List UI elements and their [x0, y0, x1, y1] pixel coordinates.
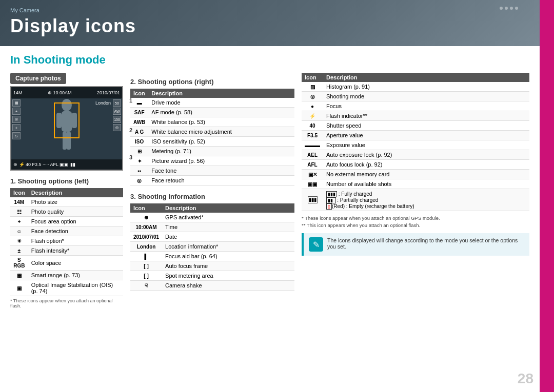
header-subtitle: My Camera	[10, 7, 529, 13]
desc-cell: Auto exposure lock (p. 92)	[323, 150, 529, 160]
table-row: ±Flash intensity*	[10, 246, 123, 256]
table-row: ☷Photo quality	[10, 207, 123, 217]
desc-cell: Spot metering area	[162, 271, 294, 281]
desc-cell: Auto focus lock (p. 92)	[323, 160, 529, 170]
table-row: AFLAuto focus lock (p. 92)	[302, 160, 529, 170]
cam-icon-1: ▦	[12, 99, 21, 107]
cam-14m: 14M	[13, 90, 23, 95]
desc-cell: Histogram (p. 91)	[323, 82, 529, 92]
header-title: Display icons	[10, 15, 529, 37]
col-desc-r2: Description	[323, 73, 529, 82]
table-row: 14MPhoto size	[10, 197, 123, 207]
icon-cell: +	[10, 217, 28, 226]
table-row: ⊕GPS activated*	[130, 213, 294, 222]
left-footnote: * These icons appear when you attach an …	[10, 298, 123, 308]
col-desc-left: Description	[28, 188, 123, 197]
desc-cell: Drive mode	[148, 98, 294, 108]
icon-cell: ±	[10, 246, 28, 256]
icon-cell: ◎	[302, 92, 323, 101]
desc-cell: Flash option*	[28, 236, 123, 246]
desc-cell: Smart range (p. 73)	[28, 271, 123, 280]
marker-2: 2	[129, 127, 132, 133]
icon-cell: ⚡	[302, 111, 323, 121]
table-row: ⚡Flash indicator**	[302, 111, 529, 121]
desc-cell: Date	[162, 232, 294, 242]
table-row: ●Focus	[302, 101, 529, 111]
icon-cell: [ ]	[130, 261, 162, 271]
shooting-left-title: 1. Shooting options (left)	[10, 177, 123, 185]
cam-icon-2: +	[12, 108, 21, 115]
desc-cell: Aperture value	[323, 131, 529, 140]
icon-cell: A G	[130, 127, 148, 137]
table-row: 2010/07/01Date	[130, 232, 294, 242]
icon-cell: ●	[302, 101, 323, 111]
table-row: A GWhite balance micro adjustment	[130, 127, 294, 137]
table-row: ☟Camera shake	[130, 281, 294, 291]
desc-cell: Photo quality	[28, 207, 123, 217]
icon-cell: ▬	[130, 98, 148, 108]
icon-cell: AEL	[302, 150, 323, 160]
desc-cell: Location information*	[162, 242, 294, 252]
icon-cell: ☷	[10, 207, 28, 217]
desc-cell: White balance micro adjustment	[148, 127, 294, 137]
table-row: ▬Drive mode	[130, 98, 294, 108]
icon-cell: F3.5	[302, 131, 323, 140]
icon-cell: ▣▣	[302, 179, 323, 189]
table-row: ▦Smart range (p. 73)	[10, 271, 123, 280]
table-row: ◎Face retouch	[130, 176, 294, 185]
desc-cell: Face retouch	[148, 176, 294, 185]
table-row: +Focus area option	[10, 217, 123, 226]
desc-cell: Metering (p. 71)	[148, 147, 294, 156]
icon-cell: ▮▮▮	[302, 189, 323, 211]
icon-cell: ✦	[130, 156, 148, 166]
table-row: S RGBColor space	[10, 256, 123, 271]
table-row: F3.5Aperture value	[302, 131, 529, 140]
icon-cell: ▌	[130, 252, 162, 261]
table-row: LondonLocation information*	[130, 242, 294, 252]
desc-cell: Camera shake	[162, 281, 294, 291]
icon-cell: 10:00AM	[130, 222, 162, 232]
cam-bottom-icons: ⊕ ⚡ 40 F3.5 ····· AFL ▣▣ ▮▮	[13, 162, 75, 167]
desc-cell: Exposure value	[323, 140, 529, 150]
page-number: 28	[518, 370, 533, 387]
icon-cell: SAF	[130, 108, 148, 117]
desc-cell: ISO sensitivity (p. 52)	[148, 137, 294, 147]
icon-cell: ▪▪	[130, 166, 148, 176]
capture-label: Capture photos	[10, 73, 66, 84]
info-box: ✎ The icons displayed will change accord…	[302, 233, 529, 256]
shooting-left-table: Icon Description 14MPhoto size☷Photo qua…	[10, 188, 123, 296]
desc-cell: AF mode (p. 58)	[148, 108, 294, 117]
table-row: AELAuto exposure lock (p. 92)	[302, 150, 529, 160]
desc-cell: GPS activated*	[162, 213, 294, 222]
icon-cell: ☀	[10, 236, 28, 246]
table-row: ▣▣Number of available shots	[302, 179, 529, 189]
table-row: ◎Shooting mode	[302, 92, 529, 101]
camera-bottom-bar: ⊕ ⚡ 40 F3.5 ····· AFL ▣▣ ▮▮	[11, 159, 122, 170]
camera-left-icons: ▦ + ⊞ ± S	[12, 99, 21, 158]
col-icon-left: Icon	[10, 188, 28, 197]
desc-cell: Shutter speed	[323, 121, 529, 131]
desc-cell: No external memory card	[323, 170, 529, 179]
middle-column: 2. Shooting options (right) Icon Descrip…	[130, 73, 294, 308]
col-icon-info: Icon	[130, 203, 162, 213]
footnote-flash: ** This icon appears when you attach an …	[302, 222, 529, 228]
desc-cell: Photo size	[28, 197, 123, 207]
desc-cell: Time	[162, 222, 294, 232]
cam-icon-4: ±	[12, 124, 21, 131]
left-column: Capture photos 14M ⊕ 10:00AM 2010/07/01 …	[10, 73, 123, 308]
desc-cell: Number of available shots	[323, 179, 529, 189]
camera-top-bar: 14M ⊕ 10:00AM 2010/07/01	[11, 87, 122, 98]
desc-cell: Shooting mode	[323, 92, 529, 101]
icon-cell: London	[130, 242, 162, 252]
cam-date: 2010/07/01	[97, 90, 120, 95]
info-icon: ✎	[309, 237, 323, 252]
icon-cell: AFL	[302, 160, 323, 170]
desc-cell: Focus	[323, 101, 529, 111]
table-row: [ ]Auto focus frame	[130, 261, 294, 271]
table-row: ISOISO sensitivity (p. 52)	[130, 137, 294, 147]
header-decoration	[499, 5, 519, 12]
table-row: ☀Flash option*	[10, 236, 123, 246]
table-row: 10:00AMTime	[130, 222, 294, 232]
col-desc-right: Description	[148, 89, 294, 98]
info-box-text: The icons displayed will change accordin…	[327, 237, 524, 250]
